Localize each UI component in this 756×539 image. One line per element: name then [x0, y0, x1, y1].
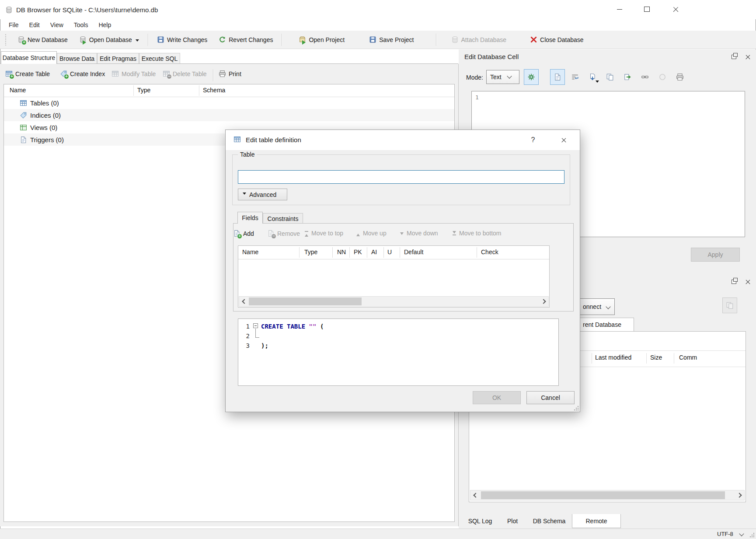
column-separator[interactable]: [477, 247, 477, 258]
column-separator[interactable]: [400, 247, 400, 258]
menu-view[interactable]: View: [45, 20, 69, 30]
field-column-check[interactable]: Check: [481, 248, 498, 256]
dock-tab-sql-log[interactable]: SQL Log: [462, 514, 498, 528]
column-separator[interactable]: [349, 247, 350, 258]
tab-browse-data[interactable]: Browse Data: [57, 53, 97, 64]
scroll-left-button[interactable]: [470, 490, 479, 500]
import-data-button[interactable]: [585, 69, 600, 85]
cancel-button[interactable]: Cancel: [526, 391, 575, 404]
revert-changes-button[interactable]: Revert Changes: [216, 34, 275, 45]
tab-edit-pragmas[interactable]: Edit Pragmas: [97, 53, 139, 64]
tree-column-type[interactable]: Type: [137, 87, 150, 94]
dock-tab-db-schema[interactable]: DB Schema: [526, 514, 572, 528]
encoding-dropdown-icon[interactable]: [739, 531, 744, 536]
scroll-right-button[interactable]: [735, 490, 744, 500]
menu-file[interactable]: File: [3, 20, 24, 30]
tree-column-name[interactable]: Name: [10, 87, 26, 94]
encoding-indicator[interactable]: UTF-8: [717, 531, 733, 537]
scroll-left-button[interactable]: [239, 297, 248, 306]
advanced-toggle-button[interactable]: Advanced: [238, 189, 287, 200]
open-database-button[interactable]: Open Database: [77, 34, 142, 45]
cell-panel-float-button[interactable]: [728, 52, 739, 61]
apply-button[interactable]: Apply: [691, 248, 740, 262]
field-column-type[interactable]: Type: [304, 248, 317, 256]
new-database-button[interactable]: New Database: [15, 34, 70, 45]
column-commit[interactable]: Comm: [679, 354, 697, 361]
column-last-modified[interactable]: Last modified: [595, 354, 631, 361]
save-project-button[interactable]: Save Project: [366, 34, 416, 45]
export-data-button[interactable]: [620, 69, 635, 85]
fold-marker-icon[interactable]: [253, 323, 258, 328]
remote-push-button[interactable]: [722, 298, 737, 313]
fields-table-hscrollbar[interactable]: [239, 296, 549, 307]
tab-execute-sql[interactable]: Execute SQL: [139, 53, 180, 64]
open-in-app-button[interactable]: [638, 69, 652, 85]
word-wrap-button[interactable]: [568, 69, 582, 85]
import-dropdown-icon[interactable]: [596, 80, 599, 84]
header-separator[interactable]: [592, 353, 592, 364]
table-name-input[interactable]: [238, 170, 564, 184]
field-column-default[interactable]: Default: [404, 248, 423, 256]
column-separator[interactable]: [332, 247, 333, 258]
copy-data-button[interactable]: [603, 69, 617, 85]
move-up-button[interactable]: Move up: [356, 230, 387, 237]
resize-grip[interactable]: [749, 532, 755, 538]
header-separator[interactable]: [674, 353, 674, 364]
print-button[interactable]: Print: [219, 70, 241, 77]
mode-select[interactable]: Text: [486, 70, 519, 84]
close-database-button[interactable]: Close Database: [527, 34, 586, 45]
field-column-name[interactable]: Name: [242, 248, 258, 256]
field-column-u[interactable]: U: [387, 248, 392, 256]
close-button[interactable]: [665, 2, 686, 17]
attach-database-button[interactable]: Attach Database: [449, 34, 509, 45]
tree-row-tables[interactable]: Tables (0): [4, 97, 454, 109]
dock-tab-plot[interactable]: Plot: [498, 514, 526, 528]
text-mode-button[interactable]: [550, 69, 565, 85]
open-database-dropdown-icon[interactable]: [136, 39, 139, 43]
toolbar-grip[interactable]: [5, 34, 8, 46]
scroll-right-button[interactable]: [540, 297, 548, 306]
header-separator[interactable]: [646, 353, 647, 364]
create-table-button[interactable]: Create Table: [5, 70, 50, 77]
move-to-bottom-button[interactable]: Move to bottom: [452, 230, 502, 237]
dialog-help-button[interactable]: ?: [526, 134, 540, 146]
remove-field-button[interactable]: Remove: [267, 230, 300, 237]
modify-table-button[interactable]: Modify Table: [111, 70, 156, 77]
cell-panel-close-button[interactable]: [742, 52, 753, 61]
column-size[interactable]: Size: [650, 354, 662, 361]
dialog-tab-constraints[interactable]: Constraints: [263, 213, 303, 224]
scroll-thumb[interactable]: [481, 491, 725, 499]
set-null-button[interactable]: [655, 69, 670, 85]
add-field-button[interactable]: Add: [233, 230, 254, 237]
move-down-button[interactable]: Move down: [400, 230, 438, 237]
import-text-button[interactable]: [524, 69, 539, 85]
tree-header-separator[interactable]: [199, 85, 199, 96]
open-project-button[interactable]: Open Project: [296, 34, 347, 45]
field-column-nn[interactable]: NN: [337, 248, 346, 256]
menu-edit[interactable]: Edit: [24, 20, 45, 30]
delete-table-button[interactable]: Delete Table: [163, 70, 207, 77]
column-separator[interactable]: [383, 247, 384, 258]
scroll-thumb[interactable]: [249, 298, 362, 305]
tab-database-structure[interactable]: Database Structure: [1, 51, 57, 64]
move-to-top-button[interactable]: Move to top: [304, 230, 343, 237]
column-separator[interactable]: [367, 247, 367, 258]
menu-tools[interactable]: Tools: [69, 20, 94, 30]
field-column-pk[interactable]: PK: [354, 248, 362, 256]
print-cell-button[interactable]: [672, 69, 687, 85]
menu-help[interactable]: Help: [93, 20, 116, 30]
maximize-button[interactable]: [637, 2, 657, 17]
create-index-button[interactable]: Create Index: [60, 70, 105, 77]
remote-panel-float-button[interactable]: [728, 277, 739, 286]
tree-header-separator[interactable]: [133, 85, 134, 96]
write-changes-button[interactable]: Write Changes: [154, 34, 210, 45]
ok-button[interactable]: OK: [473, 391, 521, 404]
dock-tab-remote[interactable]: Remote: [572, 514, 621, 528]
remote-panel-close-button[interactable]: [742, 277, 753, 286]
column-separator[interactable]: [299, 247, 300, 258]
dialog-close-button[interactable]: [557, 134, 570, 146]
minimize-button[interactable]: [610, 2, 630, 17]
dialog-tab-fields[interactable]: Fields: [237, 212, 263, 224]
remote-list-hscrollbar[interactable]: [470, 490, 745, 500]
dialog-resize-grip[interactable]: [574, 406, 579, 411]
